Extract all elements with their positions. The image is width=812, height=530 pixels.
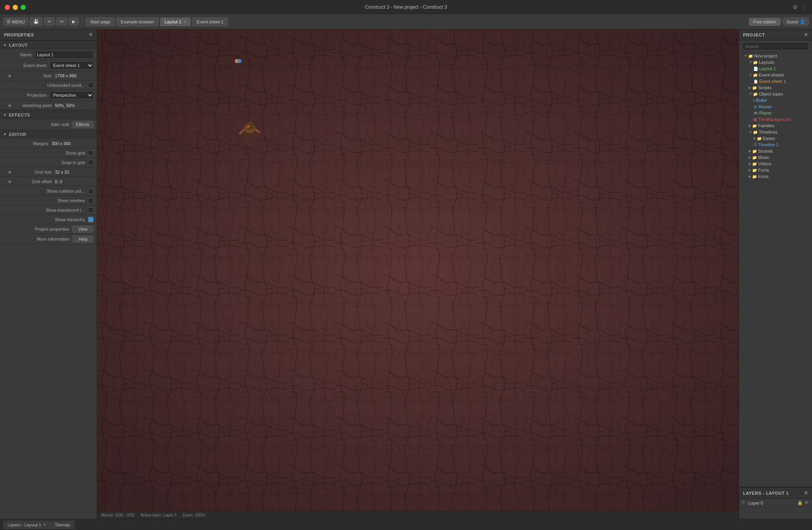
tab-layout-1-close[interactable]: ✕ <box>183 19 186 24</box>
tab-event-sheet-1[interactable]: Event sheet 1 <box>192 17 228 26</box>
prop-grid-offset-arrow: ▶ <box>9 180 11 184</box>
layer-0-num: 0 <box>742 501 749 505</box>
zoom-value: 100% <box>195 513 205 517</box>
tree-item-videos[interactable]: ▶ 📁 Videos <box>739 161 812 167</box>
music-arrow: ▶ <box>749 155 751 159</box>
object-types-label: Object types <box>759 92 783 96</box>
bullet-icon: • <box>753 98 755 103</box>
project-panel-close[interactable]: ✕ <box>804 32 808 38</box>
eases-arrow: ▶ <box>753 136 756 140</box>
save-icon: 💾 <box>33 19 39 24</box>
canvas-area[interactable]: Mouse: (530, -333) Active layer: Layer 0… <box>97 29 739 519</box>
prop-vanishing-arrow: ▶ <box>9 103 11 107</box>
prop-hierarchy-row: Show hierarchy <box>0 215 97 224</box>
sounds-folder-icon: 📁 <box>752 149 757 153</box>
tree-item-bullet[interactable]: • Bullet <box>739 97 812 103</box>
tree-item-families[interactable]: ▶ 📁 Families <box>739 122 812 129</box>
play-button[interactable]: ▶ <box>69 17 79 26</box>
window-title: Construct 3 - New project - Construct 3 <box>365 4 447 10</box>
tree-item-mouse[interactable]: 🖱 Mouse <box>739 103 812 110</box>
prop-name-label: Name <box>6 52 35 57</box>
tree-item-new-project[interactable]: ▼ 📁 New project <box>739 53 812 59</box>
undo-button[interactable]: ↩ <box>44 17 55 26</box>
prop-grid-offset-label: Grid offset <box>13 179 55 184</box>
prop-show-grid-checkbox[interactable] <box>88 150 94 156</box>
object-types-arrow: ▼ <box>749 92 752 96</box>
tree-item-music[interactable]: ▶ 📁 Music <box>739 154 812 161</box>
tab-example-browser[interactable]: Example browser <box>116 17 159 26</box>
active-layer-label: Active layer: <box>141 513 162 517</box>
prop-collision-checkbox[interactable] <box>88 188 94 194</box>
tree-item-object-types[interactable]: ▼ 📁 Object types <box>739 91 812 97</box>
tiled-bg-icon: ▦ <box>753 117 757 122</box>
bottom-tab-layers[interactable]: Layers - Layout 1 ✕ <box>3 521 50 529</box>
effects-button[interactable]: Effects <box>72 121 94 128</box>
prop-hierarchy-checkbox[interactable] <box>88 217 94 222</box>
bottom-tab-tilemap[interactable]: Tilemap <box>50 521 75 529</box>
toolbar: ☰ MENU 💾 ↩ ↪ ▶ Start page Example browse… <box>0 14 812 29</box>
prop-snap-grid-label: Snap to grid <box>6 160 88 165</box>
close-button[interactable] <box>5 5 10 10</box>
section-editor[interactable]: ▼ EDITOR <box>0 130 97 139</box>
families-folder-icon: 📁 <box>752 124 757 128</box>
layer-lock-icon[interactable]: 🔒 <box>797 500 803 505</box>
more-options-icon[interactable]: ⋮ <box>802 4 807 10</box>
prop-projection-select[interactable]: Perspective <box>50 91 94 99</box>
tree-item-eases[interactable]: ▶ 📁 Eases <box>739 135 812 142</box>
tree-item-timelines[interactable]: ▼ 📁 Timelines <box>739 129 812 135</box>
families-label: Families <box>758 123 774 128</box>
tab-start-page[interactable]: Start page <box>86 17 115 26</box>
guest-button[interactable]: Guest 👤 <box>783 17 809 26</box>
tree-item-timeline-1[interactable]: ⏱ Timeline 1 <box>739 142 812 148</box>
tree-item-scripts[interactable]: ▶ 📁 Scripts <box>739 84 812 91</box>
tree-item-layout-1[interactable]: 📄 Layout 1 <box>739 65 812 72</box>
section-effects[interactable]: ▼ EFFECTS <box>0 110 97 119</box>
view-button[interactable]: View <box>72 226 94 233</box>
free-edition-button[interactable]: Free edition <box>749 18 781 26</box>
active-layer-status: Active layer: Layer 0 <box>141 513 177 517</box>
properties-panel-close[interactable]: ✕ <box>88 32 93 38</box>
help-button[interactable]: Help <box>73 235 94 243</box>
menu-button[interactable]: ☰ MENU <box>3 17 28 26</box>
tree-item-event-sheets[interactable]: ▼ 📁 Event sheets <box>739 72 812 78</box>
tree-item-layouts[interactable]: ▼ 📁 Layouts <box>739 59 812 65</box>
layers-panel-header: LAYERS - LAYOUT 1 ✕ <box>739 488 812 499</box>
project-search-input[interactable] <box>742 42 809 50</box>
tab-start-page-label: Start page <box>90 19 110 24</box>
prop-name-input[interactable] <box>35 51 94 59</box>
tree-item-sounds[interactable]: ▶ 📁 Sounds <box>739 148 812 154</box>
tree-item-tiled-background[interactable]: ▦ TiledBackground <box>739 116 812 122</box>
section-layout[interactable]: ▼ LAYOUT <box>0 40 97 50</box>
svg-point-9 <box>246 122 254 130</box>
tree-item-event-sheet-1[interactable]: 📋 Event sheet 1 <box>739 78 812 84</box>
prop-snap-grid-checkbox[interactable] <box>88 160 94 165</box>
tab-example-browser-label: Example browser <box>121 19 154 24</box>
prop-projection-label: Projection <box>6 93 50 98</box>
tree-item-player[interactable]: 🎮 Player <box>739 110 812 116</box>
tab-layout-1[interactable]: Layout 1 ✕ <box>160 17 191 26</box>
prop-unbounded-checkbox[interactable] <box>88 82 94 88</box>
tree-item-fonts[interactable]: ▶ 📁 Fonts <box>739 167 812 173</box>
minimize-button[interactable] <box>13 5 18 10</box>
layer-visibility-icon[interactable]: 👁 <box>804 500 809 505</box>
redo-button[interactable]: ↪ <box>56 17 67 26</box>
prop-meshes-row: Show meshes <box>0 196 97 205</box>
layer-row-0[interactable]: 0 Layer 0 🔒 👁 <box>739 499 812 507</box>
prop-translucent-row: Show translucent i... <box>0 205 97 215</box>
layers-panel-close[interactable]: ✕ <box>804 490 808 496</box>
prop-event-sheet-select[interactable]: Event sheet 1 <box>50 61 94 69</box>
icons-arrow: ▶ <box>749 174 751 178</box>
bottom-tab-layers-close[interactable]: ✕ <box>43 522 46 527</box>
prop-vanishing-value: 50%, 50% <box>55 103 94 108</box>
canvas-viewport[interactable] <box>97 29 739 511</box>
prop-grid-offset-value: 0, 0 <box>55 179 94 184</box>
settings-icon[interactable]: ⚙ <box>793 4 798 10</box>
prop-unbounded-label: Unbounded scroll... <box>6 83 88 88</box>
save-button[interactable]: 💾 <box>30 17 42 26</box>
prop-translucent-checkbox[interactable] <box>88 207 94 213</box>
tree-item-icons[interactable]: ▶ 📁 Icons <box>739 173 812 180</box>
prop-name-row: Name <box>0 50 97 60</box>
prop-meshes-checkbox[interactable] <box>88 198 94 203</box>
maximize-button[interactable] <box>21 5 26 10</box>
timeline-1-icon: ⏱ <box>753 143 757 147</box>
